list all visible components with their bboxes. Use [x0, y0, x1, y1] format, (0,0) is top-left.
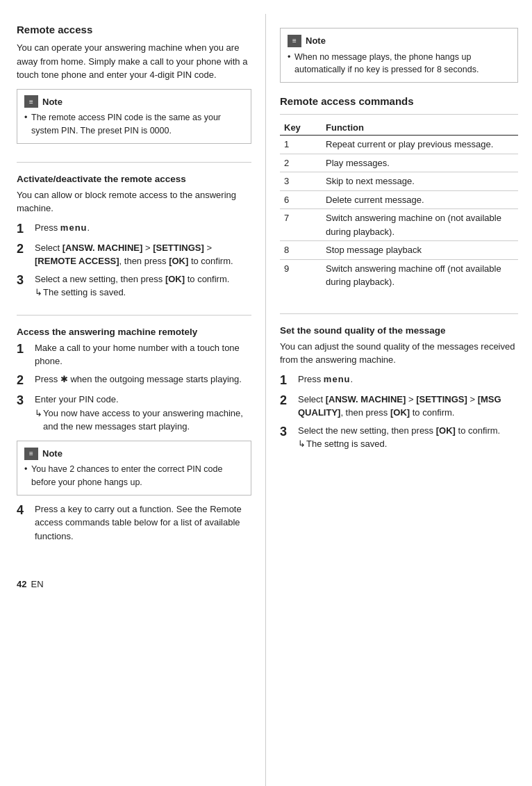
activate-section: Activate/deactivate the remote access Yo… — [17, 174, 251, 316]
cmd-function: Play messages. — [322, 154, 518, 172]
remote-note-icon: ≡ — [24, 448, 38, 460]
cmd-function: Repeat current or play previous message. — [322, 136, 518, 154]
cmd-key: 3 — [280, 172, 322, 191]
sq-bracket-2a: [ANSW. MACHINE] — [326, 394, 406, 404]
step-2: 2 Select [ANSW. MACHINE] > [SETTINGS] > … — [17, 241, 251, 268]
activate-title: Activate/deactivate the remote access — [17, 174, 251, 184]
note-label: Note — [42, 95, 63, 109]
cmd-key: 7 — [280, 209, 322, 241]
remote-step-num-4: 4 — [17, 502, 32, 543]
sq-step-3: 3 Select the new setting, then press [OK… — [280, 424, 518, 451]
remote-step-content-4: Press a key to carry out a function. See… — [35, 502, 251, 543]
col-function: Function — [322, 120, 518, 136]
page-number: 42 — [17, 579, 26, 589]
remote-step-num-3: 3 — [17, 393, 32, 434]
left-column: Remote access You can operate your answe… — [0, 14, 266, 786]
sound-quality-intro: You can adjust the sound quality of the … — [280, 340, 518, 367]
step-arrow-3: The setting is saved. — [35, 286, 251, 300]
cmd-function: Stop message playback — [322, 241, 518, 260]
step-3: 3 Select a new setting, then press [OK] … — [17, 272, 251, 300]
remote-step-3: 3 Enter your PIN code. You now have acce… — [17, 393, 251, 434]
remote-access-section: Remote access You can operate your answe… — [17, 24, 251, 163]
sq-step-content-1: Press menu. — [298, 372, 518, 388]
page-footer: 42 EN — [17, 579, 251, 589]
sq-step-num-2: 2 — [280, 393, 295, 420]
remote-access-title: Remote access — [17, 24, 251, 35]
sq-step-content-2: Select [ANSW. MACHINE] > [SETTINGS] > [M… — [298, 393, 518, 420]
sq-step-content-3: Select the new setting, then press [OK] … — [298, 424, 518, 451]
step-num-1: 1 — [17, 221, 32, 237]
access-remotely-title: Access the answering machine remotely — [17, 327, 251, 337]
commands-table: Key Function 1Repeat current or play pre… — [280, 120, 518, 291]
bracket-3: [OK] — [165, 274, 185, 284]
cmd-function: Switch answering machine off (not availa… — [322, 259, 518, 291]
commands-section: Remote access commands Key Function 1Rep… — [280, 95, 518, 314]
note-icon: ≡ — [24, 95, 38, 108]
col-key: Key — [280, 120, 322, 136]
note-bullet: The remote access PIN code is the same a… — [24, 111, 244, 138]
remote-note-label: Note — [42, 447, 63, 461]
cmd-key: 8 — [280, 241, 322, 260]
remote-step-num-1: 1 — [17, 341, 32, 368]
cmd-key: 1 — [280, 136, 322, 154]
note-content: The remote access PIN code is the same a… — [24, 111, 244, 138]
sq-bracket-2d: [OK] — [390, 407, 410, 418]
sq-bracket-2b: [SETTINGS] — [416, 394, 467, 404]
table-row: 2Play messages. — [280, 154, 518, 172]
table-row: 9Switch answering machine off (not avail… — [280, 259, 518, 291]
activate-intro: You can allow or block remote access to … — [17, 188, 251, 215]
remote-note-bullet: You have 2 chances to enter the correct … — [24, 463, 244, 489]
step-1: 1 Press menu. — [17, 221, 251, 237]
bracket-2c: [REMOTE ACCESS] — [35, 256, 119, 266]
table-row: 6Delete current message. — [280, 190, 518, 209]
page: Remote access You can operate your answe… — [0, 14, 532, 786]
table-row: 3Skip to next message. — [280, 172, 518, 191]
sq-step-num-1: 1 — [280, 372, 295, 388]
cmd-key: 9 — [280, 259, 322, 291]
sound-quality-section: Set the sound quality of the message You… — [280, 325, 518, 466]
bracket-2b: [SETTINGS] — [153, 243, 204, 253]
cmd-key: 6 — [280, 190, 322, 209]
cmd-function: Switch answering machine on (not availab… — [322, 209, 518, 241]
remote-access-intro: You can operate your answering machine w… — [17, 41, 251, 82]
remote-step-content-2: Press ✱ when the outgoing message starts… — [35, 372, 251, 388]
remote-step-4: 4 Press a key to carry out a function. S… — [17, 502, 251, 543]
remote-note-content: You have 2 chances to enter the correct … — [24, 463, 244, 489]
remote-note-header: ≡ Note — [24, 447, 244, 461]
menu-bold-sq: menu — [324, 374, 351, 384]
remote-access-note: ≡ Note The remote access PIN code is the… — [17, 89, 251, 144]
cmd-key: 2 — [280, 154, 322, 172]
cmd-function: Delete current message. — [322, 190, 518, 209]
top-note-icon: ≡ — [288, 35, 301, 47]
sq-step-1: 1 Press menu. — [280, 372, 518, 388]
remote-step-1: 1 Make a call to your home number with a… — [17, 341, 251, 368]
page-lang: EN — [31, 579, 43, 589]
table-row: 1Repeat current or play previous message… — [280, 136, 518, 154]
remote-step-content-1: Make a call to your home number with a t… — [35, 341, 251, 368]
top-note-bullet: When no message plays, the phone hangs u… — [288, 51, 510, 77]
step-content-2: Select [ANSW. MACHINE] > [SETTINGS] > [R… — [35, 241, 251, 268]
top-note-label: Note — [306, 34, 326, 48]
menu-bold-1: menu — [60, 222, 88, 233]
sq-step-arrow-3: The settng is saved. — [298, 437, 518, 451]
bracket-2d: [OK] — [169, 256, 188, 266]
step-content-3: Select a new setting, then press [OK] to… — [35, 272, 251, 300]
step-num-3: 3 — [17, 272, 32, 300]
sq-bracket-3: [OK] — [436, 425, 456, 436]
step-content-1: Press menu. — [35, 221, 251, 237]
remote-step-2: 2 Press ✱ when the outgoing message star… — [17, 372, 251, 388]
commands-title: Remote access commands — [280, 95, 518, 107]
top-note-content: When no message plays, the phone hangs u… — [288, 51, 510, 77]
note-header: ≡ Note — [24, 95, 244, 109]
remote-step-num-2: 2 — [17, 372, 32, 388]
remote-step-content-3: Enter your PIN code. You now have access… — [35, 393, 251, 434]
top-note-header: ≡ Note — [288, 34, 510, 48]
remote-note: ≡ Note You have 2 chances to enter the c… — [17, 441, 251, 496]
activate-steps: 1 Press menu. 2 Select [ANSW. MACHINE] >… — [17, 221, 251, 300]
commands-title-bar: Remote access commands — [280, 95, 518, 115]
access-remotely-steps: 1 Make a call to your home number with a… — [17, 341, 251, 434]
top-note: ≡ Note When no message plays, the phone … — [280, 28, 518, 83]
sq-step-2: 2 Select [ANSW. MACHINE] > [SETTINGS] > … — [280, 393, 518, 420]
step-num-2: 2 — [17, 241, 32, 268]
sound-quality-title: Set the sound quality of the message — [280, 325, 518, 336]
